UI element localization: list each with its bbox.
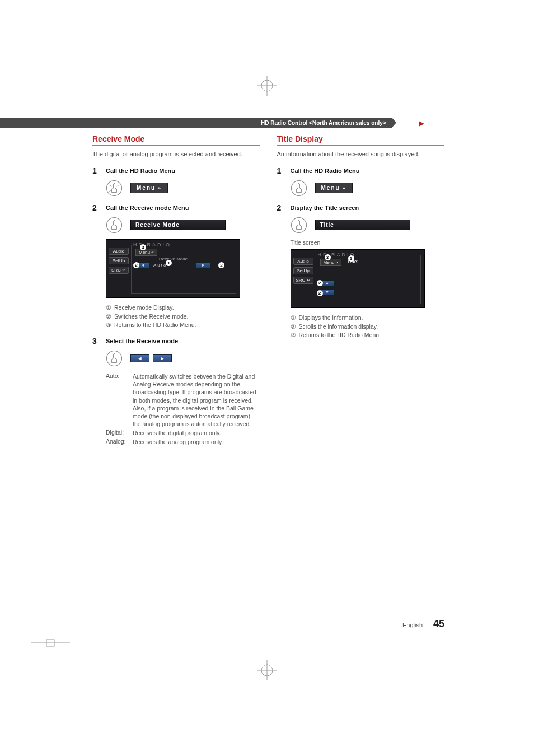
title-bar-button[interactable]: Title [315,220,410,230]
callout-2b-marker: 2 [317,290,323,296]
setup-button[interactable]: SetUp [109,257,129,264]
legend-2-text: Scrolls the information display. [299,323,378,332]
step-3-title: Select the Receive mode [106,337,178,346]
receive-mode-screen: HD RADIO Audio SetUp SRC ↵ Menu « Receiv… [106,239,240,298]
callout-1-marker: 1 [166,260,172,266]
legend-3-text: Returns to the HD Radio Menu. [114,321,196,330]
menu-button[interactable]: Menu » [315,183,353,193]
left-arrow-button[interactable]: ◄ [130,354,149,362]
svg-marker-8 [419,121,424,127]
auto-label: Auto: [106,372,133,428]
analog-label: Analog: [106,438,133,446]
legend-3-text: Returns to the HD Radio Menu. [299,331,381,340]
auto-desc: Automatically switches between the Digit… [133,372,260,428]
callout-3-marker: 3 [140,244,146,250]
touch-hand-icon [291,180,307,197]
legend-2-text: Switches the Receive mode. [114,312,188,321]
chevron-right-icon: » [343,185,346,191]
touch-hand-icon [291,217,307,234]
touch-hand-icon [106,217,123,234]
legend-num-1: ① [106,304,111,312]
analog-desc: Receives the analog program only. [133,438,260,446]
menu-button-label: Menu [137,185,156,191]
audio-button[interactable]: Audio [293,258,313,265]
menu-button[interactable]: Menu » [130,183,168,193]
return-arrow-icon: ↵ [122,268,126,273]
receive-mode-intro: The digital or analog program is selecte… [92,150,260,158]
title-screen: HD RADIO Audio SetUp SRC ↵ Menu « Title:… [291,249,425,308]
menu-back-button[interactable]: Menu « [320,259,342,266]
step-3-num: 3 [92,337,101,346]
legend-num-2: ② [106,312,111,321]
header-band: HD Radio Control <North American sales o… [0,118,534,128]
receive-legend: ① Receive mode Display. ② Switches the R… [106,304,260,330]
footer: English | 45 [402,618,444,630]
step-1-num: 1 [92,166,101,175]
r-step-2: 2 Display the Title screen [277,203,445,212]
title-display-intro: An information about the received song i… [277,150,445,158]
legend-1-text: Receive mode Display. [114,304,174,312]
touch-hand-icon [106,180,123,197]
title-legend: ① Displays the information. ② Scrolls th… [291,314,445,340]
callout-1-marker: 1 [348,255,354,262]
r-step-1-title: Call the HD Radio Menu [291,166,360,175]
legend-num-2: ② [291,323,296,332]
receive-mode-row-label: Receive Mode [159,256,188,262]
title-display-heading: Title Display [277,134,445,146]
svg-line-12 [109,190,112,192]
legend-num-1: ① [291,314,296,323]
r-step-2-title: Display the Title screen [291,203,359,212]
digital-label: Digital: [106,429,133,437]
chevron-right-icon: » [158,185,162,191]
step-1: 1 Call the HD Radio Menu [92,166,260,175]
mode-definitions: Auto:Automatically switches between the … [106,372,260,446]
callout-2-marker: 2 [133,262,139,268]
title-screen-caption: Title screen [291,239,445,246]
r-step-1: 1 Call the HD Radio Menu [277,166,445,175]
return-arrow-icon: ↵ [307,278,311,283]
header-label: HD Radio Control <North American sales o… [257,118,392,128]
src-button[interactable]: SRC ↵ [293,277,313,284]
callout-2-marker: 2 [317,280,323,286]
step-2-title: Call the Receive mode Menu [106,203,189,212]
receive-mode-heading: Receive Mode [92,134,260,146]
r-step-2-num: 2 [277,203,286,212]
digital-desc: Receives the digital program only. [133,429,260,437]
svg-line-10 [109,185,112,186]
r-step-1-num: 1 [277,166,286,175]
step-3: 3 Select the Receive mode [92,337,260,346]
step-2-num: 2 [92,203,101,212]
receive-mode-value: Auto [153,263,167,268]
next-arrow-button[interactable]: ► [196,262,210,269]
page-number: 45 [433,618,444,630]
callout-2b-marker: 2 [218,262,224,268]
src-button[interactable]: SRC ↵ [109,267,129,274]
left-column: Receive Mode The digital or analog progr… [92,134,260,447]
crop-mark-bottom [257,660,277,680]
right-arrow-button[interactable]: ► [153,354,172,362]
menu-button-label: Menu [321,185,340,191]
footer-lang: English [402,622,423,628]
receive-mode-bar-button[interactable]: Receive Mode [130,220,226,230]
step-2: 2 Call the Receive mode Menu [92,203,260,212]
hinge-mark [31,638,70,647]
step-1-title: Call the HD Radio Menu [106,166,175,175]
legend-1-text: Displays the information. [299,314,363,323]
legend-num-3: ③ [106,321,111,330]
callout-3-marker: 3 [325,254,331,260]
footer-separator: | [427,622,429,628]
crop-mark-top [257,76,277,96]
svg-line-11 [117,185,120,186]
setup-button[interactable]: SetUp [293,267,313,274]
audio-button[interactable]: Audio [109,248,129,255]
header-label-text: HD Radio Control <North American sales o… [261,120,386,126]
menu-back-button[interactable]: Menu « [135,249,157,256]
touch-hand-icon [106,350,123,367]
legend-num-3: ③ [291,331,296,340]
right-column: Title Display An information about the r… [277,134,445,447]
